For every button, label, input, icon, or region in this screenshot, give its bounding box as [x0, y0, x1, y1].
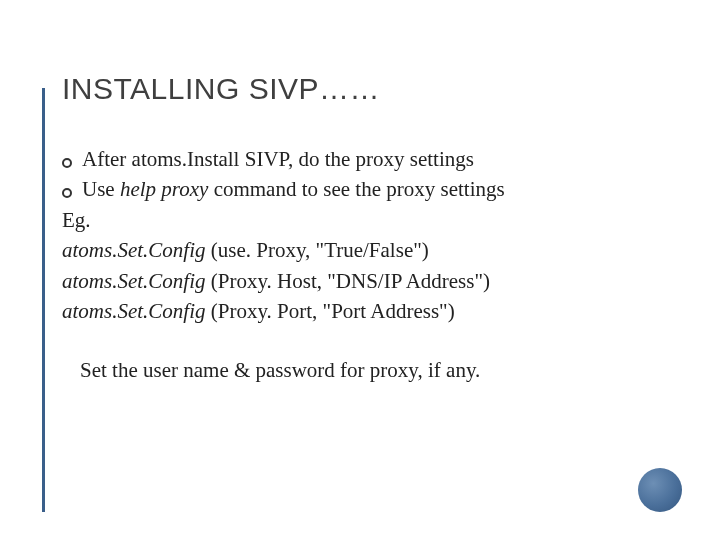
code-command: atoms.Set.Config [62, 238, 206, 262]
bullet-text-part: command to see the proxy settings [208, 177, 504, 201]
code-args: (Proxy. Port, "Port Address") [206, 299, 455, 323]
bullet-text-part: Use [82, 177, 120, 201]
accent-vertical-line [42, 88, 45, 512]
accent-circle-icon [638, 468, 682, 512]
code-command: atoms.Set.Config [62, 269, 206, 293]
code-command: atoms.Set.Config [62, 299, 206, 323]
code-args: (Proxy. Host, "DNS/IP Address") [206, 269, 491, 293]
bullet-text: Use help proxy command to see the proxy … [82, 174, 505, 204]
slide: INSTALLING SIVP…… After atoms.Install SI… [0, 0, 720, 540]
example-label: Eg. [62, 205, 664, 235]
code-line: atoms.Set.Config (use. Proxy, "True/Fals… [62, 235, 664, 265]
code-line: atoms.Set.Config (Proxy. Host, "DNS/IP A… [62, 266, 664, 296]
bullet-text: After atoms.Install SIVP, do the proxy s… [82, 144, 474, 174]
bullet-item: Use help proxy command to see the proxy … [62, 174, 664, 204]
code-line: atoms.Set.Config (Proxy. Port, "Port Add… [62, 296, 664, 326]
footer-note: Set the user name & password for proxy, … [80, 355, 664, 385]
bullet-italic-part: help proxy [120, 177, 208, 201]
slide-body: After atoms.Install SIVP, do the proxy s… [62, 144, 664, 385]
code-args: (use. Proxy, "True/False") [206, 238, 429, 262]
bullet-item: After atoms.Install SIVP, do the proxy s… [62, 144, 664, 174]
bullet-icon [62, 188, 72, 198]
slide-title: INSTALLING SIVP…… [62, 72, 664, 106]
bullet-icon [62, 158, 72, 168]
